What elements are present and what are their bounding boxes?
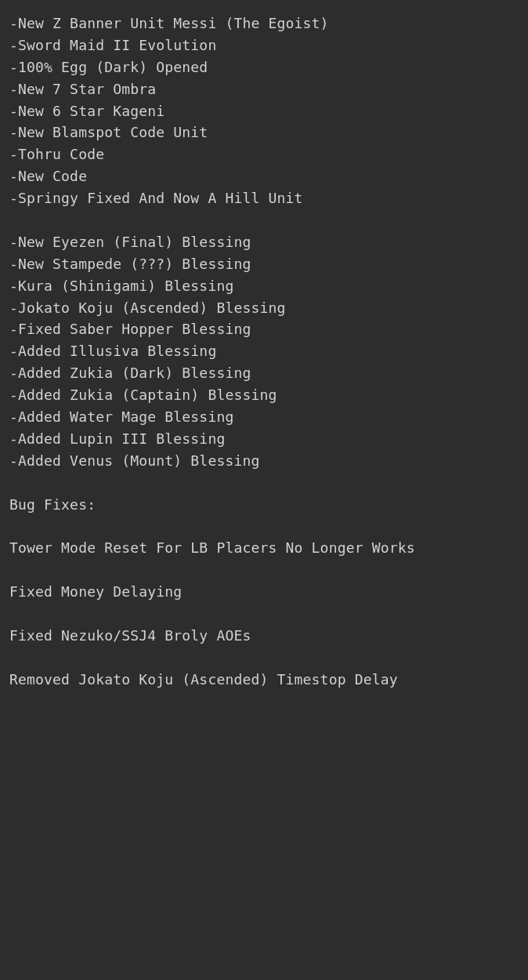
main-content: -New Z Banner Unit Messi (The Egoist) -S… — [0, 0, 528, 703]
changelog-text: -New Z Banner Unit Messi (The Egoist) -S… — [9, 13, 519, 691]
